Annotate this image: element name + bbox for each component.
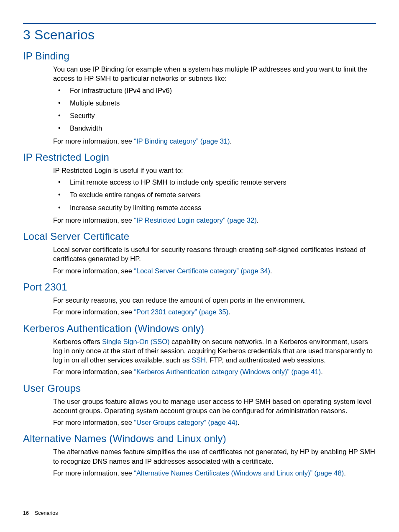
text: For more information, see <box>53 308 134 316</box>
section-title-alt-names: Alternative Names (Windows and Linux onl… <box>23 433 376 445</box>
paragraph: Local server certificate is useful for s… <box>53 245 376 264</box>
bullet-list: For infrastructure (IPv4 and IPv6) Multi… <box>53 86 376 133</box>
bullet-list: Limit remote access to HP SMH to include… <box>53 177 376 212</box>
chapter-title: 3 Scenarios <box>23 23 376 43</box>
text: . <box>238 419 240 426</box>
section-body-ip-binding: You can use IP Binding for example when … <box>53 64 376 146</box>
paragraph: The alternative names feature simplifies… <box>53 447 376 466</box>
list-item: To exclude entire ranges of remote serve… <box>53 190 376 199</box>
cross-reference-link[interactable]: “Port 2301 category” (page 35) <box>134 308 229 316</box>
list-item: For infrastructure (IPv4 and IPv6) <box>53 86 376 95</box>
list-item: Bandwidth <box>53 123 376 133</box>
section-body-local-cert: Local server certificate is useful for s… <box>53 245 376 275</box>
text: . <box>321 368 323 375</box>
text: . <box>344 469 346 477</box>
section-title-kerberos: Kerberos Authentication (Windows only) <box>23 323 376 334</box>
text: For more information, see <box>53 216 134 224</box>
section-body-port-2301: For security reasons, you can reduce the… <box>53 296 376 317</box>
list-item: Limit remote access to HP SMH to include… <box>53 177 376 187</box>
text: . <box>257 216 259 224</box>
page-number: 16 <box>23 510 29 516</box>
paragraph: You can use IP Binding for example when … <box>53 64 376 83</box>
more-info: For more information, see “IP Binding ca… <box>53 136 376 146</box>
cross-reference-link[interactable]: “IP Binding category” (page 31) <box>134 137 230 145</box>
text: For more information, see <box>53 469 134 477</box>
section-title-user-groups: User Groups <box>23 383 376 394</box>
text: . <box>228 308 230 316</box>
text: For more information, see <box>53 368 134 375</box>
section-title-ip-restricted: IP Restricted Login <box>23 152 376 163</box>
glossary-link-sso[interactable]: Single Sign-On (SSO) <box>102 338 169 345</box>
text: For more information, see <box>53 137 134 145</box>
paragraph: IP Restricted Login is useful if you wan… <box>53 166 376 175</box>
text: For more information, see <box>53 267 134 275</box>
more-info: For more information, see “Kerberos Auth… <box>53 367 376 376</box>
cross-reference-link[interactable]: “Alternative Names Certificates (Windows… <box>134 469 344 477</box>
list-item: Multiple subnets <box>53 98 376 108</box>
page-footer: 16Scenarios <box>23 510 58 516</box>
more-info: For more information, see “Local Server … <box>53 266 376 275</box>
glossary-link-ssh[interactable]: SSH <box>192 356 206 364</box>
section-body-ip-restricted: IP Restricted Login is useful if you wan… <box>53 166 376 225</box>
section-title-local-cert: Local Server Certificate <box>23 231 376 242</box>
section-title-port-2301: Port 2301 <box>23 281 376 293</box>
page-label: Scenarios <box>35 510 58 516</box>
more-info: For more information, see “User Groups c… <box>53 418 376 427</box>
cross-reference-link[interactable]: “Kerberos Authentication category (Windo… <box>134 368 321 375</box>
more-info: For more information, see “Port 2301 cat… <box>53 307 376 316</box>
text: . <box>230 137 232 145</box>
section-body-alt-names: The alternative names feature simplifies… <box>53 447 376 478</box>
cross-reference-link[interactable]: “IP Restricted Login category” (page 32) <box>134 216 257 224</box>
list-item: Security <box>53 111 376 120</box>
section-title-ip-binding: IP Binding <box>23 50 376 62</box>
text: Kerberos offers <box>53 338 102 345</box>
cross-reference-link[interactable]: “User Groups category” (page 44) <box>134 419 238 426</box>
paragraph: The user groups feature allows you to ma… <box>53 397 376 416</box>
section-body-user-groups: The user groups feature allows you to ma… <box>53 397 376 427</box>
paragraph: For security reasons, you can reduce the… <box>53 296 376 305</box>
more-info: For more information, see “Alternative N… <box>53 468 376 478</box>
section-body-kerberos: Kerberos offers Single Sign-On (SSO) cap… <box>53 337 376 377</box>
paragraph: Kerberos offers Single Sign-On (SSO) cap… <box>53 337 376 365</box>
text: , FTP, and authenticated web sessions. <box>206 356 326 364</box>
cross-reference-link[interactable]: “Local Server Certificate category” (pag… <box>134 267 271 275</box>
text: For more information, see <box>53 419 134 426</box>
more-info: For more information, see “IP Restricted… <box>53 216 376 225</box>
list-item: Increase security by limiting remote acc… <box>53 203 376 212</box>
text: . <box>270 267 272 275</box>
